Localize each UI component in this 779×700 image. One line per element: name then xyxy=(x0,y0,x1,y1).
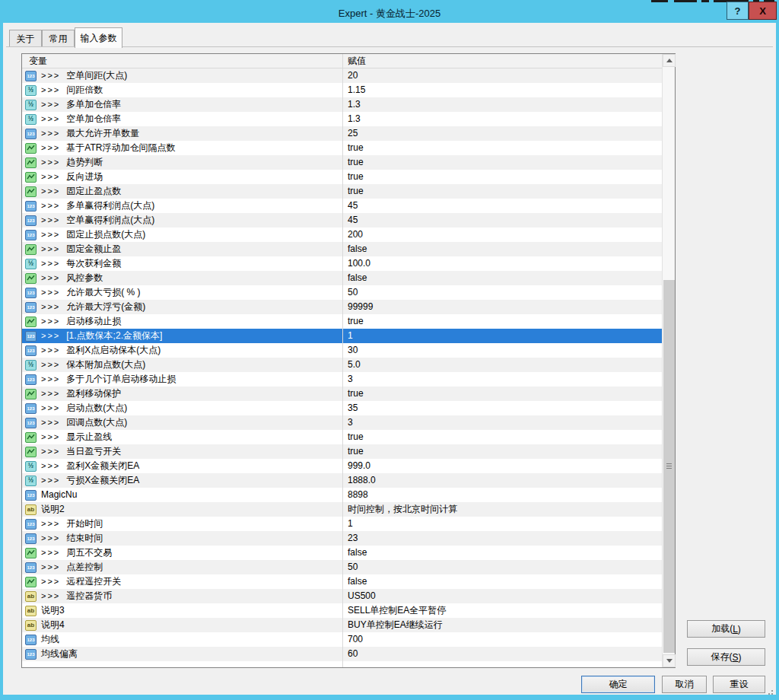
param-label: [1.点数保本;2.金额保本] xyxy=(66,329,162,343)
param-value-cell[interactable]: true xyxy=(342,184,662,199)
param-value-cell[interactable]: 999.0 xyxy=(342,459,662,473)
param-value-cell[interactable]: 99999 xyxy=(342,300,662,314)
param-value-cell[interactable]: 50 xyxy=(342,560,662,574)
param-value-cell[interactable]: 23 xyxy=(342,531,662,546)
param-label: 固定止损点数(大点) xyxy=(66,228,145,242)
param-prefix: >>> xyxy=(41,473,60,488)
param-label: 亏损X金额关闭EA xyxy=(66,473,139,488)
param-value-cell[interactable]: 5.0 xyxy=(342,358,662,372)
title-bar[interactable]: Expert - 黄金战士-2025 xyxy=(0,2,779,23)
param-value-cell[interactable]: 1.15 xyxy=(342,83,662,97)
param-name-cell: 123 均线 xyxy=(22,632,342,647)
param-prefix: >>> xyxy=(41,97,60,112)
param-value-cell[interactable]: 35 xyxy=(342,401,662,415)
scrollbar-thumb[interactable] xyxy=(663,280,675,653)
param-prefix: >>> xyxy=(41,141,60,155)
vertical-scrollbar[interactable] xyxy=(662,54,675,667)
param-name-cell: 123 >>> 多于几个订单启动移动止损 xyxy=(22,372,342,387)
resize-grip[interactable] xyxy=(771,690,773,692)
bool-param-icon xyxy=(25,548,37,558)
param-name-cell: ab >>> 遥控器货币 xyxy=(22,589,342,603)
param-name-cell: ab 说明4 xyxy=(22,618,342,632)
help-button[interactable]: ? xyxy=(727,2,749,20)
param-value-cell[interactable]: true xyxy=(342,170,662,184)
int-param-icon: 123 xyxy=(25,302,37,313)
double-param-icon: ½ xyxy=(25,114,37,125)
int-param-icon: 123 xyxy=(25,649,37,660)
param-value-cell[interactable]: US500 xyxy=(342,589,662,603)
param-label: 空单赢得利润点(大点) xyxy=(66,213,154,228)
param-value-cell[interactable]: 200 xyxy=(342,228,662,242)
int-param-icon: 123 xyxy=(25,129,37,139)
save-button[interactable]: 保存(S) xyxy=(687,648,765,666)
window-border xyxy=(0,695,779,700)
param-value-cell[interactable]: 45 xyxy=(342,199,662,213)
param-value-cell[interactable]: 3 xyxy=(342,372,662,387)
param-label: 开始时间 xyxy=(66,517,103,531)
param-value-cell[interactable]: 60 xyxy=(342,647,662,661)
cancel-button[interactable]: 取消 xyxy=(662,676,707,693)
param-value-cell[interactable]: 时间控制，按北京时间计算 xyxy=(342,502,662,517)
param-prefix: >>> xyxy=(41,329,60,343)
param-value-cell[interactable]: true xyxy=(342,314,662,329)
param-value-cell[interactable]: false xyxy=(342,574,662,589)
save-button-accesskey: S xyxy=(732,652,738,663)
param-value-cell[interactable]: true xyxy=(342,444,662,459)
ok-button[interactable]: 确定 xyxy=(581,676,655,693)
column-header-variable: 变量 xyxy=(22,54,342,68)
param-value-cell[interactable]: 30 xyxy=(342,343,662,358)
param-prefix: >>> xyxy=(41,300,60,314)
param-value-cell[interactable]: true xyxy=(342,387,662,401)
param-value-cell[interactable]: BUY单控制EA继续运行 xyxy=(342,618,662,632)
param-prefix: >>> xyxy=(41,560,60,574)
load-button-label-suffix: ) xyxy=(738,624,741,635)
close-button[interactable]: X xyxy=(749,2,777,20)
param-value-cell[interactable]: false xyxy=(342,271,662,285)
param-value-cell[interactable]: 1 xyxy=(342,517,662,531)
param-value-cell[interactable]: false xyxy=(342,242,662,256)
param-value-cell[interactable]: 700 xyxy=(342,632,662,647)
param-value-cell[interactable]: 100.0 xyxy=(342,256,662,271)
param-value-cell[interactable]: 1888.0 xyxy=(342,473,662,488)
param-value-cell[interactable]: 3 xyxy=(342,415,662,430)
param-value-cell[interactable]: SELL单控制EA全平暂停 xyxy=(342,603,662,618)
bool-param-icon xyxy=(25,577,37,587)
param-name-cell: ½ >>> 间距倍数 xyxy=(22,83,342,97)
load-button[interactable]: 加载(L) xyxy=(687,620,765,638)
param-prefix: >>> xyxy=(41,285,60,300)
bool-param-icon xyxy=(25,317,37,327)
window-title: Expert - 黄金战士-2025 xyxy=(0,7,779,21)
column-divider[interactable] xyxy=(342,54,343,667)
param-label: 点差控制 xyxy=(66,560,103,574)
param-prefix: >>> xyxy=(41,343,60,358)
param-value-cell[interactable]: 8898 xyxy=(342,488,662,502)
param-prefix: >>> xyxy=(41,430,60,444)
tab-common[interactable]: 常用 xyxy=(42,30,75,47)
scrollbar-up-button[interactable] xyxy=(663,54,676,67)
param-value-cell[interactable]: 20 xyxy=(342,68,662,83)
param-prefix: >>> xyxy=(41,184,60,199)
param-value-cell[interactable]: true xyxy=(342,155,662,170)
param-label: 显示止盈线 xyxy=(66,430,112,444)
param-value-cell[interactable]: 25 xyxy=(342,126,662,141)
param-value-cell[interactable]: 1.3 xyxy=(342,97,662,112)
tab-inputs[interactable]: 输入参数 xyxy=(75,27,122,48)
param-value-cell[interactable]: 1.3 xyxy=(342,112,662,126)
param-value-cell[interactable]: 50 xyxy=(342,285,662,300)
param-prefix: >>> xyxy=(41,531,60,546)
reset-button[interactable]: 重设 xyxy=(713,676,765,693)
param-label: 多于几个订单启动移动止损 xyxy=(66,372,176,387)
param-value-cell[interactable]: true xyxy=(342,141,662,155)
param-value-cell[interactable]: 45 xyxy=(342,213,662,228)
param-value-cell[interactable]: 1 xyxy=(342,329,662,343)
param-value-cell[interactable]: true xyxy=(342,430,662,444)
param-prefix: >>> xyxy=(41,358,60,372)
param-prefix: >>> xyxy=(41,228,60,242)
tab-about[interactable]: 关于 xyxy=(9,30,42,47)
param-value-cell[interactable]: false xyxy=(342,546,662,560)
param-name-cell: 123 >>> [1.点数保本;2.金额保本] xyxy=(22,329,342,343)
bool-param-icon xyxy=(25,186,37,197)
param-prefix: >>> xyxy=(41,256,60,271)
scrollbar-down-button[interactable] xyxy=(663,654,676,667)
string-param-icon: ab xyxy=(25,504,37,515)
